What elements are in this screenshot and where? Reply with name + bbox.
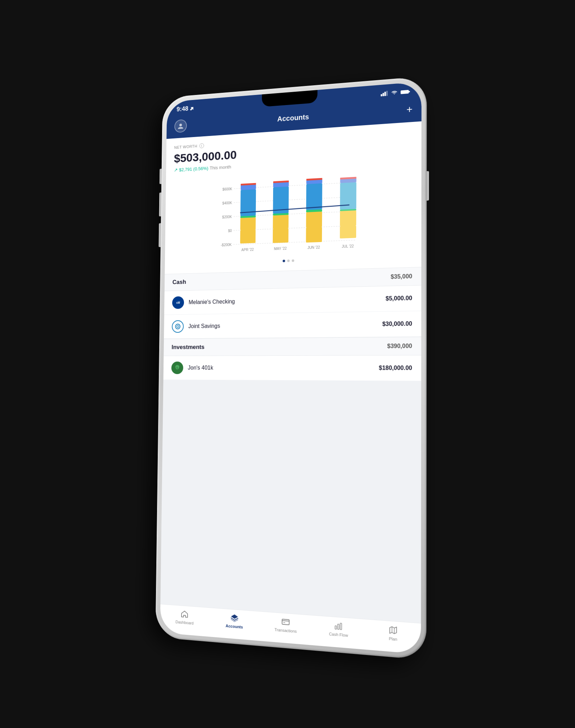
svg-rect-38: [340, 182, 356, 210]
svg-rect-48: [282, 619, 289, 625]
svg-rect-52: [338, 624, 339, 629]
svg-rect-35: [340, 226, 356, 238]
layers-icon: [230, 613, 239, 623]
investments-section-total: $390,000: [387, 343, 412, 350]
investments-section: Investments $390,000: [164, 337, 422, 381]
svg-rect-51: [335, 626, 337, 629]
bar-chart-icon: [334, 621, 344, 631]
screen-content: 9:48: [160, 82, 422, 654]
svg-line-41: [240, 205, 349, 213]
cash-section-total: $35,000: [391, 273, 412, 280]
cash-section: Cash $35,000 citi Melanie's Checking $5,…: [164, 267, 421, 339]
svg-rect-23: [273, 228, 289, 243]
svg-rect-1: [382, 93, 384, 96]
svg-rect-32: [306, 183, 322, 210]
dot-2[interactable]: [287, 260, 290, 262]
list-item[interactable]: Jon's 401k $180,000.00: [164, 355, 422, 381]
investments-section-title: Investments: [171, 344, 204, 351]
svg-point-46: [175, 324, 180, 329]
chart-svg: $600K $400K $200K $0 -$200K: [170, 172, 415, 261]
account-balance: $5,000.00: [386, 295, 412, 302]
nav-item-plan[interactable]: Plan: [380, 624, 406, 642]
citi-logo: citi: [172, 296, 184, 309]
svg-rect-30: [306, 211, 322, 228]
svg-rect-36: [340, 210, 356, 226]
power-button: [427, 171, 429, 201]
bottom-nav: Dashboard Accounts: [160, 604, 421, 654]
svg-rect-29: [306, 227, 322, 242]
list-item[interactable]: Joint Savings $30,000.00: [164, 311, 421, 339]
account-name: Joint Savings: [188, 321, 377, 329]
401k-logo: [171, 361, 183, 374]
svg-text:MAY '22: MAY '22: [274, 246, 286, 251]
chase-logo: [172, 320, 184, 333]
svg-rect-18: [240, 217, 256, 230]
user-icon: [177, 122, 184, 129]
up-arrow-icon: ↗: [174, 167, 178, 173]
location-icon: [190, 106, 194, 111]
svg-text:$400K: $400K: [222, 201, 233, 205]
svg-point-47: [177, 326, 179, 328]
svg-rect-40: [340, 177, 356, 179]
account-balance: $30,000.00: [382, 320, 412, 327]
main-content: NET WORTH i $503,000.00 ↗ $2,791 (0.56%)…: [160, 121, 421, 623]
svg-point-6: [179, 124, 182, 127]
cash-section-title: Cash: [172, 279, 186, 286]
nav-item-accounts[interactable]: Accounts: [222, 613, 247, 630]
investments-section-header: Investments $390,000: [164, 337, 421, 356]
svg-text:APR '22: APR '22: [242, 247, 254, 252]
phone-frame: 9:48: [155, 76, 427, 660]
wifi-icon: [391, 90, 398, 95]
dot-3[interactable]: [291, 259, 294, 262]
page-title: Accounts: [277, 113, 309, 123]
dot-1[interactable]: [282, 260, 285, 262]
svg-line-49: [282, 620, 289, 621]
status-icons: [381, 89, 410, 96]
svg-rect-4: [401, 90, 409, 94]
mute-button: [160, 169, 162, 184]
svg-text:JUL '22: JUL '22: [342, 244, 354, 249]
svg-rect-2: [385, 91, 386, 96]
nav-label-dashboard: Dashboard: [175, 620, 193, 625]
chart-section: $600K $400K $200K $0 -$200K: [165, 164, 421, 274]
status-time: 9:48: [176, 105, 194, 113]
battery-icon: [401, 89, 410, 95]
svg-rect-3: [386, 91, 388, 96]
svg-rect-24: [273, 215, 289, 229]
nav-label-accounts: Accounts: [226, 624, 243, 629]
home-icon: [180, 609, 189, 619]
svg-text:$600K: $600K: [222, 187, 233, 191]
chase-icon: [175, 323, 181, 330]
svg-rect-53: [340, 623, 342, 630]
nav-label-transactions: Transactions: [275, 627, 297, 633]
svg-rect-37: [340, 209, 356, 211]
phone-device: 9:48: [155, 76, 427, 660]
nav-label-plan: Plan: [389, 636, 397, 642]
phone-screen: 9:48: [160, 82, 422, 654]
account-name: Jon's 401k: [188, 365, 374, 372]
svg-text:JUN '22: JUN '22: [308, 245, 320, 250]
svg-text:$200K: $200K: [222, 215, 232, 219]
add-button[interactable]: +: [406, 104, 413, 115]
svg-rect-39: [340, 178, 356, 183]
avatar[interactable]: [174, 119, 187, 133]
info-icon[interactable]: i: [199, 143, 204, 148]
chart-area: $600K $400K $200K $0 -$200K: [170, 172, 415, 261]
nav-item-transactions[interactable]: Transactions: [273, 616, 298, 633]
nav-item-cashflow[interactable]: Cash Flow: [326, 620, 351, 638]
account-name: Melanie's Checking: [189, 296, 381, 306]
signal-icon: [381, 91, 388, 96]
svg-text:-$200K: -$200K: [221, 243, 232, 247]
volume-down-button: [158, 223, 161, 247]
svg-rect-0: [381, 94, 382, 96]
nav-label-cashflow: Cash Flow: [329, 632, 348, 638]
map-icon: [388, 625, 398, 636]
svg-rect-17: [240, 229, 256, 244]
card-icon: [281, 617, 290, 627]
svg-text:$0: $0: [228, 229, 232, 233]
nav-item-dashboard[interactable]: Dashboard: [173, 609, 197, 625]
volume-up-button: [159, 192, 161, 217]
account-balance: $180,000.00: [379, 365, 412, 372]
leaf-icon: [174, 364, 181, 371]
svg-rect-5: [409, 91, 410, 92]
